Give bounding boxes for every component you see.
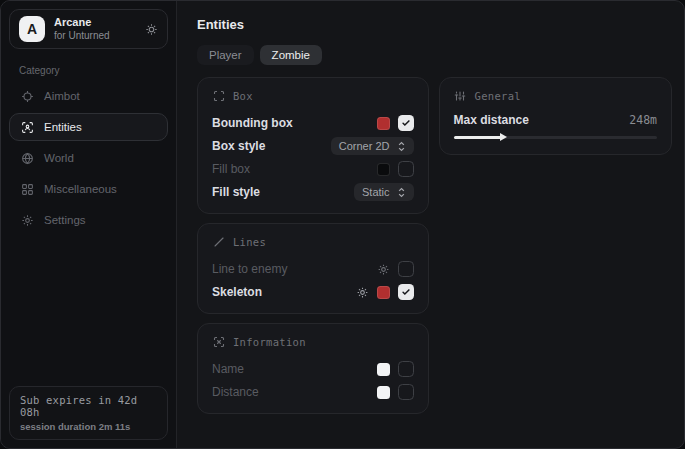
sidebar-item-miscellaneous[interactable]: Miscellaneous bbox=[9, 175, 168, 203]
gear-icon bbox=[20, 214, 34, 227]
chevron-up-down-icon bbox=[397, 141, 406, 152]
main-panel: Entities Player Zombie Box bbox=[177, 1, 684, 448]
line-to-enemy-row: Line to enemy bbox=[212, 260, 414, 278]
box-card-title: Box bbox=[233, 90, 253, 102]
crosshair-icon bbox=[20, 90, 34, 103]
name-checkbox[interactable] bbox=[398, 361, 414, 377]
general-card-title: General bbox=[475, 90, 521, 102]
box-card-header: Box bbox=[212, 90, 414, 102]
sliders-icon bbox=[454, 90, 467, 102]
info-scan-icon bbox=[212, 336, 225, 348]
lines-card-header: Lines bbox=[212, 236, 414, 248]
box-style-row: Box style Corner 2D bbox=[212, 137, 414, 155]
sidebar-item-label: Entities bbox=[44, 121, 82, 133]
bounding-box-row: Bounding box bbox=[212, 114, 414, 132]
name-color-swatch[interactable] bbox=[377, 363, 390, 376]
diagonal-line-icon bbox=[212, 236, 225, 248]
sidebar-item-aimbot[interactable]: Aimbot bbox=[9, 82, 168, 110]
session-duration-text: session duration 2m 11s bbox=[20, 421, 157, 432]
sidebar-item-label: World bbox=[44, 152, 74, 164]
sidebar-item-world[interactable]: World bbox=[9, 144, 168, 172]
sidebar: A Arcane for Unturned Category A bbox=[1, 1, 177, 448]
skeleton-settings-gear-icon[interactable] bbox=[356, 286, 369, 299]
bounding-box-label: Bounding box bbox=[212, 116, 293, 130]
lines-card: Lines Line to enemy bbox=[197, 223, 429, 314]
skeleton-checkbox[interactable] bbox=[398, 284, 414, 300]
box-card: Box Bounding box Box style bbox=[197, 77, 429, 214]
entity-scan-icon bbox=[20, 121, 34, 134]
skeleton-row: Skeleton bbox=[212, 283, 414, 301]
box-corners-icon bbox=[212, 90, 225, 102]
brand-text: Arcane for Unturned bbox=[54, 16, 136, 42]
brand-card: A Arcane for Unturned bbox=[9, 9, 168, 49]
max-distance-value: 248m bbox=[629, 113, 657, 127]
slider-thumb[interactable] bbox=[500, 133, 507, 141]
globe-icon bbox=[20, 152, 34, 165]
lines-card-title: Lines bbox=[233, 236, 266, 248]
fill-style-row: Fill style Static bbox=[212, 183, 414, 201]
distance-checkbox[interactable] bbox=[398, 384, 414, 400]
tab-zombie[interactable]: Zombie bbox=[260, 45, 322, 65]
sidebar-item-label: Miscellaneous bbox=[44, 183, 117, 195]
tab-player[interactable]: Player bbox=[197, 45, 254, 65]
brand-name: Arcane bbox=[54, 16, 136, 30]
box-style-label: Box style bbox=[212, 139, 265, 153]
fill-style-value: Static bbox=[362, 186, 390, 198]
sidebar-item-entities[interactable]: Entities bbox=[9, 113, 168, 141]
fill-box-label: Fill box bbox=[212, 162, 250, 176]
skeleton-color-swatch[interactable] bbox=[377, 286, 390, 299]
entity-tabs: Player Zombie bbox=[197, 45, 672, 65]
information-card-title: Information bbox=[233, 336, 306, 348]
box-style-value: Corner 2D bbox=[339, 140, 390, 152]
subscription-info: Sub expires in 42d 08h session duration … bbox=[9, 386, 168, 440]
bounding-box-color-swatch[interactable] bbox=[377, 117, 390, 130]
sidebar-item-settings[interactable]: Settings bbox=[9, 206, 168, 234]
grid-icon bbox=[20, 183, 34, 196]
sidebar-item-label: Settings bbox=[44, 214, 86, 226]
sidebar-item-label: Aimbot bbox=[44, 90, 80, 102]
line-to-enemy-checkbox[interactable] bbox=[398, 261, 414, 277]
arcane-logo: A bbox=[19, 16, 45, 42]
distance-label: Distance bbox=[212, 385, 259, 399]
max-distance-slider[interactable] bbox=[454, 132, 657, 142]
fill-box-checkbox[interactable] bbox=[398, 161, 414, 177]
fill-box-row: Fill box bbox=[212, 160, 414, 178]
arcane-window: A Arcane for Unturned Category A bbox=[0, 0, 685, 449]
skeleton-label: Skeleton bbox=[212, 285, 262, 299]
max-distance-label: Max distance bbox=[454, 113, 529, 127]
slider-fill bbox=[454, 136, 503, 139]
information-card: Information Name Distance bbox=[197, 323, 429, 414]
name-label: Name bbox=[212, 362, 244, 376]
brand-subtitle: for Unturned bbox=[54, 30, 136, 43]
fill-style-label: Fill style bbox=[212, 185, 260, 199]
line-settings-gear-icon[interactable] bbox=[377, 263, 390, 276]
page-title: Entities bbox=[197, 17, 672, 32]
name-row: Name bbox=[212, 360, 414, 378]
bounding-box-checkbox[interactable] bbox=[398, 115, 414, 131]
line-to-enemy-label: Line to enemy bbox=[212, 262, 287, 276]
box-style-select[interactable]: Corner 2D bbox=[331, 137, 414, 155]
sidebar-nav: Aimbot Entities World bbox=[9, 82, 168, 234]
chevron-up-down-icon bbox=[397, 187, 406, 198]
sub-expiry-text: Sub expires in 42d 08h bbox=[20, 394, 157, 418]
information-card-header: Information bbox=[212, 336, 414, 348]
general-card-header: General bbox=[454, 90, 657, 102]
max-distance-row: Max distance 248m bbox=[454, 112, 657, 128]
sync-icon[interactable] bbox=[145, 23, 158, 36]
distance-color-swatch[interactable] bbox=[377, 386, 390, 399]
distance-row: Distance bbox=[212, 383, 414, 401]
general-card: General Max distance 248m bbox=[439, 77, 672, 155]
category-label: Category bbox=[19, 65, 168, 76]
fill-style-select[interactable]: Static bbox=[354, 183, 414, 201]
fill-box-color-swatch[interactable] bbox=[377, 163, 390, 176]
